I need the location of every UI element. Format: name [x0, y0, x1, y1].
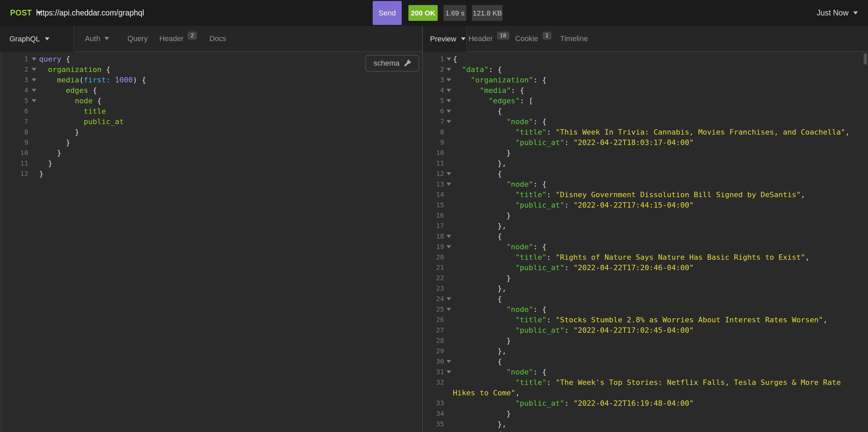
code-text[interactable]: "node": {	[453, 304, 863, 314]
code-text[interactable]: "public_at": "2022-04-22T16:19:48-04:00"	[453, 398, 863, 408]
fold-toggle[interactable]	[29, 96, 39, 102]
line-number[interactable]: 27	[423, 325, 445, 335]
line-number[interactable]: 36	[423, 429, 445, 432]
code-text[interactable]: },	[453, 221, 863, 231]
fold-toggle[interactable]	[445, 169, 453, 175]
line-number[interactable]: 7	[2, 117, 29, 127]
code-text[interactable]: "node": {	[453, 241, 863, 252]
line-number[interactable]: 2	[2, 64, 29, 75]
line-number[interactable]: 18	[423, 231, 445, 241]
fold-toggle[interactable]	[29, 54, 39, 61]
code-text[interactable]: "public_at": "2022-04-22T18:03:17-04:00"	[453, 137, 863, 148]
code-text[interactable]: }	[39, 127, 422, 137]
line-number[interactable]: 25	[423, 304, 445, 314]
fold-toggle[interactable]	[445, 64, 453, 71]
request-tab-auth[interactable]: Auth	[74, 26, 120, 51]
code-text[interactable]: "title": "Disney Government Dissolution …	[453, 190, 863, 200]
response-json-viewer[interactable]: 1{2 "data": {3 "organization": {4 "media…	[423, 52, 863, 432]
fold-toggle[interactable]	[445, 75, 453, 81]
code-text[interactable]: "title": "Rights of Nature Says Nature H…	[453, 252, 863, 262]
line-number[interactable]: 9	[2, 137, 29, 148]
code-text[interactable]: {	[453, 106, 863, 117]
code-text[interactable]: "node": {	[453, 117, 863, 127]
code-text[interactable]: "public_at": "2022-04-22T17:20:46-04:00"	[453, 262, 863, 273]
fold-toggle[interactable]	[445, 106, 453, 113]
fold-toggle[interactable]	[445, 54, 453, 61]
send-button[interactable]: Send	[373, 1, 402, 25]
code-text[interactable]: node {	[39, 96, 422, 106]
url-input[interactable]: https://api.cheddar.com/graphql	[36, 0, 144, 26]
line-number[interactable]: 29	[423, 346, 445, 356]
code-text[interactable]: {	[453, 54, 863, 64]
code-text[interactable]: "title": "The Week's Top Stories: Netfli…	[453, 377, 863, 398]
code-text[interactable]: "node": {	[453, 367, 863, 377]
request-tab-header[interactable]: Header2	[155, 26, 202, 51]
fold-toggle[interactable]	[445, 241, 453, 248]
line-number[interactable]: 35	[423, 419, 445, 429]
code-text[interactable]: {	[453, 429, 863, 432]
line-number[interactable]: 2	[423, 64, 445, 75]
line-number[interactable]: 14	[423, 190, 445, 200]
line-number[interactable]: 33	[423, 398, 445, 408]
fold-toggle[interactable]	[445, 429, 453, 432]
response-scrollbar-thumb[interactable]	[864, 53, 867, 65]
code-text[interactable]: },	[453, 419, 863, 429]
code-text[interactable]: "media": {	[453, 85, 863, 96]
fold-toggle[interactable]	[29, 64, 39, 71]
code-text[interactable]: "organization": {	[453, 75, 863, 85]
response-history-dropdown[interactable]: Just Now	[816, 0, 858, 26]
code-text[interactable]: public_at	[39, 117, 422, 127]
line-number[interactable]: 5	[2, 96, 29, 106]
code-text[interactable]: }	[39, 148, 422, 158]
line-number[interactable]: 9	[423, 137, 445, 148]
line-number[interactable]: 19	[423, 241, 445, 252]
line-number[interactable]: 6	[423, 106, 445, 117]
code-text[interactable]: media(first: 1000) {	[39, 75, 422, 85]
code-text[interactable]: "public_at": "2022-04-22T17:02:45-04:00"	[453, 325, 863, 335]
fold-toggle[interactable]	[445, 117, 453, 123]
response-tab-cookie[interactable]: Cookie1	[511, 26, 556, 51]
code-text[interactable]: "title": "This Week In Trivia: Cannabis,…	[453, 127, 863, 137]
request-tab-docs[interactable]: Docs	[202, 26, 234, 51]
line-number[interactable]: 34	[423, 408, 445, 419]
line-number[interactable]: 13	[423, 179, 445, 190]
code-text[interactable]: }	[39, 169, 422, 179]
line-number[interactable]: 30	[423, 356, 445, 367]
fold-toggle[interactable]	[445, 294, 453, 300]
code-text[interactable]: "title": "Stocks Stumble 2.8% as Worries…	[453, 314, 863, 325]
line-number[interactable]: 3	[2, 75, 29, 85]
fold-toggle[interactable]	[29, 75, 39, 81]
line-number[interactable]: 4	[423, 85, 445, 96]
preview-mode-dropdown[interactable]: Preview	[423, 26, 467, 52]
fold-toggle[interactable]	[445, 356, 453, 363]
line-number[interactable]: 32	[423, 377, 445, 388]
line-number[interactable]: 16	[423, 210, 445, 221]
code-text[interactable]: },	[453, 158, 863, 169]
line-number[interactable]: 5	[423, 96, 445, 106]
code-text[interactable]: "edges": [	[453, 96, 863, 106]
line-number[interactable]: 12	[2, 169, 29, 179]
code-text[interactable]: }	[453, 335, 863, 346]
code-text[interactable]: edges {	[39, 85, 422, 96]
line-number[interactable]: 1	[2, 54, 29, 64]
line-number[interactable]: 11	[423, 158, 445, 169]
line-number[interactable]: 4	[2, 85, 29, 96]
line-number[interactable]: 10	[423, 148, 445, 158]
response-tab-header[interactable]: Header18	[467, 26, 511, 51]
line-number[interactable]: 22	[423, 273, 445, 283]
pane-resize-divider[interactable]	[422, 26, 423, 432]
line-number[interactable]: 11	[2, 158, 29, 169]
graphql-query-editor[interactable]: 1query {2 organization {3 media(first: 1…	[2, 52, 422, 432]
line-number[interactable]: 31	[423, 367, 445, 377]
line-number[interactable]: 28	[423, 335, 445, 346]
code-text[interactable]: },	[453, 346, 863, 356]
fold-toggle[interactable]	[445, 367, 453, 373]
code-text[interactable]: organization {	[39, 64, 422, 75]
code-text[interactable]: "public_at": "2022-04-22T17:44:15-04:00"	[453, 200, 863, 210]
line-number[interactable]: 1	[423, 54, 445, 64]
code-text[interactable]: }	[39, 158, 422, 169]
line-number[interactable]: 6	[2, 106, 29, 117]
fold-toggle[interactable]	[445, 231, 453, 238]
line-number[interactable]: 24	[423, 294, 445, 304]
fold-toggle[interactable]	[445, 179, 453, 186]
